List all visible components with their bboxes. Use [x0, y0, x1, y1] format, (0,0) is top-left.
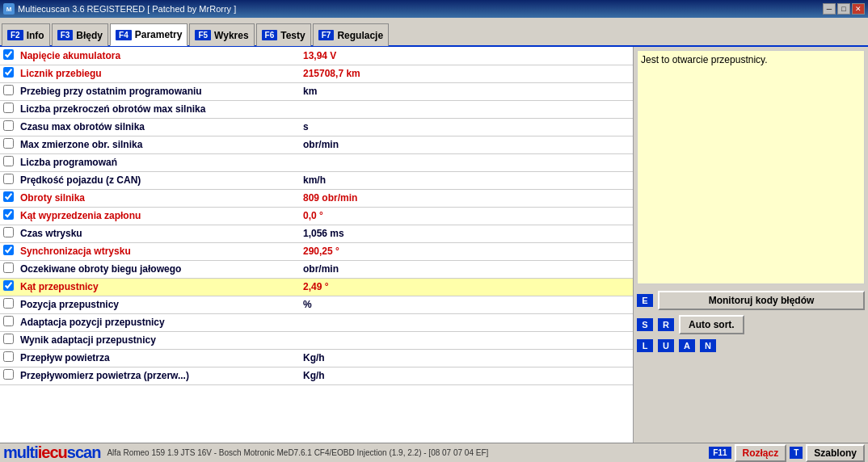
param-checkbox[interactable]: [3, 351, 14, 362]
param-checkbox-cell[interactable]: [0, 331, 17, 349]
param-value: 290,25 °: [300, 242, 633, 260]
param-checkbox-cell[interactable]: [0, 118, 17, 136]
table-row[interactable]: Liczba programowań: [0, 153, 633, 171]
param-value: 13,94 V: [300, 47, 633, 65]
param-checkbox[interactable]: [3, 156, 14, 166]
restore-button[interactable]: □: [837, 3, 850, 15]
param-name: Obroty silnika: [17, 189, 300, 207]
param-checkbox-cell[interactable]: [0, 278, 17, 296]
tab-wykres[interactable]: F5 Wykres: [189, 23, 254, 46]
param-checkbox[interactable]: [3, 369, 14, 380]
monitor-key-button[interactable]: E: [637, 294, 653, 307]
sort-row: S R Auto sort.: [637, 315, 865, 334]
app-icon: M: [3, 3, 15, 15]
param-value: [300, 100, 633, 118]
param-checkbox-cell[interactable]: [0, 82, 17, 100]
monitor-button[interactable]: Monitoruj kody błędów: [658, 291, 865, 310]
param-checkbox-cell[interactable]: [0, 207, 17, 225]
tab-bar: F2 Info F3 Błędy F4 Parametry F5 Wykres …: [0, 18, 868, 47]
param-checkbox[interactable]: [3, 174, 14, 184]
param-checkbox-cell[interactable]: [0, 136, 17, 153]
param-checkbox-cell[interactable]: [0, 260, 17, 278]
s-key-button[interactable]: S: [637, 318, 653, 331]
param-checkbox-cell[interactable]: [0, 313, 17, 331]
parameter-panel[interactable]: Napięcie akumulatora13,94 VLicznik przeb…: [0, 47, 634, 443]
param-checkbox-cell[interactable]: [0, 349, 17, 367]
autosort-button[interactable]: Auto sort.: [679, 315, 744, 334]
tab-bledy-label: Błędy: [76, 30, 103, 41]
param-value: s: [300, 118, 633, 136]
title-bar-controls[interactable]: ─ □ ✕: [823, 3, 865, 15]
param-checkbox[interactable]: [3, 298, 14, 309]
table-row[interactable]: Prędkość pojazdu (z CAN)km/h: [0, 171, 633, 189]
param-checkbox-cell[interactable]: [0, 153, 17, 171]
param-name: Liczba przekroczeń obrotów max silnika: [17, 100, 300, 118]
param-checkbox-cell[interactable]: [0, 242, 17, 260]
table-row[interactable]: Licznik przebiegu215708,7 km: [0, 65, 633, 82]
table-row[interactable]: Kąt przepustnicy2,49 °: [0, 278, 633, 296]
l-key-button[interactable]: L: [637, 339, 653, 352]
templates-key-button[interactable]: T: [790, 447, 803, 459]
param-checkbox-cell[interactable]: [0, 100, 17, 118]
param-checkbox-cell[interactable]: [0, 189, 17, 207]
templates-button[interactable]: Szablony: [806, 444, 865, 462]
table-row[interactable]: Max zmierzone obr. silnikaobr/min: [0, 136, 633, 153]
table-row[interactable]: Obroty silnika809 obr/min: [0, 189, 633, 207]
table-row[interactable]: Synchronizacja wtrysku290,25 °: [0, 242, 633, 260]
sort-key-button[interactable]: R: [658, 318, 674, 331]
tab-testy[interactable]: F6 Testy: [256, 23, 311, 46]
param-checkbox[interactable]: [3, 138, 14, 149]
param-checkbox[interactable]: [3, 245, 14, 255]
param-checkbox[interactable]: [3, 191, 14, 202]
param-checkbox-cell[interactable]: [0, 296, 17, 313]
right-panel: Jest to otwarcie przepustnicy. E Monitor…: [634, 47, 868, 443]
param-checkbox[interactable]: [3, 227, 14, 237]
table-row[interactable]: Przepływomierz powietrza (przerw...)Kg/h: [0, 367, 633, 384]
tab-regulacje[interactable]: F7 Regulacje: [313, 23, 389, 46]
param-checkbox-cell[interactable]: [0, 171, 17, 189]
table-row[interactable]: Pozycja przepustnicy%: [0, 296, 633, 313]
param-checkbox-cell[interactable]: [0, 65, 17, 82]
u-key-button[interactable]: U: [658, 339, 674, 352]
a-key-button[interactable]: A: [679, 339, 695, 352]
param-checkbox[interactable]: [3, 209, 14, 220]
table-row[interactable]: Czasu max obrotów silnikas: [0, 118, 633, 136]
param-checkbox[interactable]: [3, 316, 14, 326]
param-value: km: [300, 82, 633, 100]
app-logo: multiiecuscan: [3, 443, 100, 462]
param-checkbox-cell[interactable]: [0, 225, 17, 242]
param-value: [300, 313, 633, 331]
table-row[interactable]: Przepływ powietrzaKg/h: [0, 349, 633, 367]
table-row[interactable]: Napięcie akumulatora13,94 V: [0, 47, 633, 65]
param-name: Przepływomierz powietrza (przerw...): [17, 367, 300, 384]
param-checkbox[interactable]: [3, 280, 14, 291]
tab-parametry[interactable]: F4 Parametry: [110, 23, 188, 46]
param-checkbox[interactable]: [3, 85, 14, 95]
table-row[interactable]: Czas wtrysku1,056 ms: [0, 225, 633, 242]
tab-wykres-label: Wykres: [214, 30, 248, 41]
table-row[interactable]: Liczba przekroczeń obrotów max silnika: [0, 100, 633, 118]
table-row[interactable]: Wynik adaptacji przepustnicy: [0, 331, 633, 349]
param-checkbox[interactable]: [3, 67, 14, 78]
param-checkbox-cell[interactable]: [0, 367, 17, 384]
param-name: Kąt wyprzedzenia zapłonu: [17, 207, 300, 225]
table-row[interactable]: Kąt wyprzedzenia zapłonu0,0 °: [0, 207, 633, 225]
tab-bledy[interactable]: F3 Błędy: [52, 23, 108, 46]
minimize-button[interactable]: ─: [823, 3, 836, 15]
n-key-button[interactable]: N: [700, 339, 716, 352]
disconnect-button[interactable]: Rozłącz: [735, 444, 787, 462]
param-checkbox[interactable]: [3, 49, 14, 60]
tab-info[interactable]: F2 Info: [2, 23, 50, 46]
param-checkbox[interactable]: [3, 120, 14, 131]
param-checkbox-cell[interactable]: [0, 47, 17, 65]
table-row[interactable]: Przebieg przy ostatnim programowaniukm: [0, 82, 633, 100]
table-row[interactable]: Adaptacja pozycji przepustnicy: [0, 313, 633, 331]
table-row[interactable]: Oczekiwane obroty biegu jałowegoobr/min: [0, 260, 633, 278]
close-button[interactable]: ✕: [852, 3, 865, 15]
param-checkbox[interactable]: [3, 262, 14, 273]
tab-wykres-key: F5: [195, 30, 211, 40]
param-checkbox[interactable]: [3, 334, 14, 344]
param-checkbox[interactable]: [3, 103, 14, 113]
param-name: Max zmierzone obr. silnika: [17, 136, 300, 153]
disconnect-key-button[interactable]: F11: [709, 447, 731, 459]
